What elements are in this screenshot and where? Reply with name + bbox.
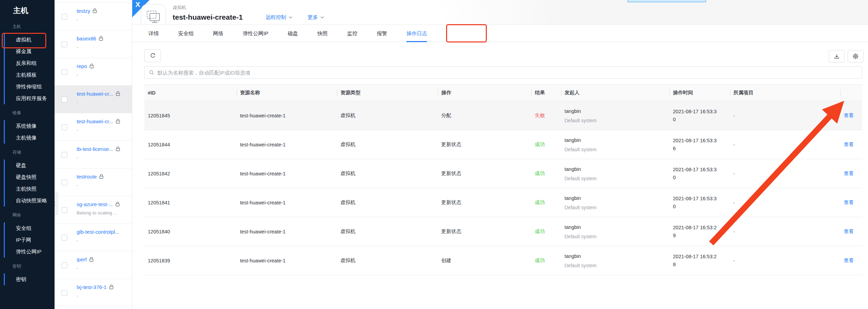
tab-详情[interactable]: 详情 — [139, 25, 168, 42]
sidebar-item-硬盘[interactable]: 硬盘 — [5, 160, 55, 171]
vm-subtext: - — [77, 100, 129, 105]
vm-list-item-tb-test-license[interactable]: tb-test-license...- — [55, 141, 132, 168]
row-checkbox[interactable] — [61, 41, 67, 47]
vm-list-item-lxj-test-376-1[interactable]: lxj-test-376-1- — [55, 279, 132, 307]
tab-弹性公网IP[interactable]: 弹性公网IP — [233, 25, 278, 42]
table-row-12051839: 12051839test-huawei-create-1虚拟机创建成功tangb… — [144, 246, 862, 275]
vm-subtext: - — [77, 127, 129, 133]
row-checkbox[interactable] — [61, 97, 67, 103]
sidebar-item-裸金属[interactable]: 裸金属 — [5, 46, 55, 57]
more-actions-button[interactable]: 更多 — [308, 14, 324, 21]
search-input[interactable] — [157, 70, 862, 76]
view-link[interactable]: 查看 — [844, 142, 854, 147]
table-row-12051841: 12051841test-huawei-create-1虚拟机更新状态成功tan… — [144, 188, 862, 217]
vm-list-item-sg-azure-test-[interactable]: sg-azure-test-...Belong to scaling ... — [55, 196, 132, 224]
row-checkbox[interactable] — [61, 235, 67, 241]
cell-result: 成功 — [531, 246, 561, 275]
cell-resource-type: 虚拟机 — [337, 188, 438, 217]
cell-id: 12051841 — [144, 188, 237, 217]
tab-报警[interactable]: 报警 — [367, 25, 397, 42]
vm-list-item-iperf[interactable]: iperf- — [55, 251, 132, 279]
lock-icon — [113, 146, 120, 152]
sidebar-item-虚拟机[interactable]: 虚拟机 — [5, 34, 55, 46]
cell-resource-type: 虚拟机 — [337, 101, 438, 130]
sidebar-item-主机模板[interactable]: 主机模板 — [5, 69, 55, 81]
view-link[interactable]: 查看 — [844, 113, 854, 118]
row-checkbox[interactable] — [61, 262, 67, 268]
row-checkbox[interactable] — [61, 207, 67, 213]
cell-result: 失败 — [531, 101, 561, 130]
cell-time: 2021-08-17 16:53:30 — [669, 159, 730, 188]
sidebar-item-自动快照策略[interactable]: 自动快照策略 — [5, 195, 55, 206]
vm-list-item-testroute[interactable]: testroute- — [55, 168, 132, 196]
sidebar-item-主机镜像[interactable]: 主机镜像 — [5, 132, 55, 144]
vm-list-item-repo[interactable]: repo- — [55, 58, 132, 86]
tab-网络[interactable]: 网络 — [203, 25, 233, 42]
sidebar-item-弹性伸缩组[interactable]: 弹性伸缩组 — [5, 81, 55, 93]
view-link[interactable]: 查看 — [844, 229, 854, 234]
tab-操作日志[interactable]: 操作日志 — [397, 25, 437, 42]
vm-name-link[interactable]: iperf — [77, 257, 129, 262]
sidebar-section: 镜像系统镜像主机镜像 — [0, 108, 55, 144]
vm-name-link[interactable]: lxj-test-376-1 — [77, 284, 129, 290]
remote-control-button[interactable]: 远程控制 — [266, 14, 292, 21]
sidebar-item-硬盘快照[interactable]: 硬盘快照 — [5, 171, 55, 183]
vm-name-link[interactable]: test-huawei-cr... — [77, 91, 129, 97]
vm-list-panel: testzy-basex86-repo-test-huawei-cr...-te… — [55, 0, 132, 309]
cell-resource-name: test-huawei-create-1 — [237, 130, 337, 159]
download-button[interactable] — [829, 50, 845, 62]
vm-list-item-test-huawei-cr[interactable]: test-huawei-cr...- — [55, 113, 132, 141]
vm-name-link[interactable]: repo — [77, 63, 129, 69]
refresh-icon — [150, 53, 156, 59]
view-link[interactable]: 查看 — [844, 200, 854, 205]
cell-action: 查看 — [840, 246, 862, 275]
vm-name-link[interactable]: test-huawei-cr... — [77, 118, 129, 124]
tab-监控[interactable]: 监控 — [337, 25, 367, 42]
sidebar-item-反亲和组[interactable]: 反亲和组 — [5, 57, 55, 69]
cell-time: 2021-08-17 16:53:36 — [669, 130, 730, 159]
refresh-button[interactable] — [144, 49, 161, 62]
tab-磁盘[interactable]: 磁盘 — [278, 25, 308, 42]
row-checkbox[interactable] — [61, 69, 67, 75]
vm-list-item-testzy[interactable]: testzy- — [55, 3, 132, 30]
vm-name-link[interactable]: testroute — [77, 174, 129, 180]
view-link[interactable]: 查看 — [844, 258, 854, 263]
view-link[interactable]: 查看 — [844, 171, 854, 176]
vm-list-item-test-huawei-cr[interactable]: test-huawei-cr...- — [55, 86, 132, 113]
sidebar-section-label: 密钥 — [0, 261, 55, 271]
row-checkbox[interactable] — [61, 14, 67, 20]
sidebar-item-安全组[interactable]: 安全组 — [5, 222, 55, 234]
vm-list-item-basex86[interactable]: basex86- — [55, 30, 132, 58]
sidebar-item-IP子网[interactable]: IP子网 — [5, 234, 55, 246]
vm-name-link[interactable]: glb-test-controlpl... — [77, 229, 129, 235]
search-icon — [149, 70, 154, 75]
sidebar-item-弹性公网IP[interactable]: 弹性公网IP — [5, 246, 55, 258]
row-checkbox[interactable] — [61, 124, 67, 130]
vm-list-item-glb-test-controlpl[interactable]: glb-test-controlpl...- — [55, 224, 132, 251]
vm-name-link[interactable]: tb-test-license... — [77, 146, 129, 152]
sidebar-item-系统镜像[interactable]: 系统镜像 — [5, 120, 55, 132]
tab-安全组[interactable]: 安全组 — [168, 25, 203, 42]
cell-initiator: tangbinDefault system — [561, 246, 669, 275]
column-header: 发起人 — [561, 85, 669, 101]
download-icon — [834, 54, 840, 59]
row-checkbox[interactable] — [61, 290, 67, 296]
close-icon[interactable]: X — [135, 0, 140, 9]
lock-icon — [107, 284, 114, 290]
vm-name-link[interactable]: testzy — [77, 8, 129, 14]
tab-快照[interactable]: 快照 — [308, 25, 337, 42]
page-title: test-huawei-create-1 — [173, 13, 243, 21]
row-checkbox[interactable] — [61, 152, 67, 158]
chevron-down-icon — [289, 16, 292, 19]
table-row-12051842: 12051842test-huawei-create-1虚拟机更新状态成功tan… — [144, 159, 862, 188]
sidebar-item-密钥[interactable]: 密钥 — [5, 273, 55, 285]
gear-icon — [852, 53, 859, 59]
cell-project: - — [730, 217, 840, 246]
vm-name-link[interactable]: sg-azure-test-... — [77, 201, 129, 207]
row-checkbox[interactable] — [61, 180, 67, 185]
column-settings-button[interactable] — [848, 50, 864, 62]
sidebar-item-应用程序服务[interactable]: 应用程序服务 — [5, 93, 55, 104]
vm-name-link[interactable]: basex86 — [77, 36, 129, 41]
sidebar-items-group: 虚拟机裸金属反亲和组主机模板弹性伸缩组应用程序服务 — [4, 34, 55, 104]
sidebar-item-主机快照[interactable]: 主机快照 — [5, 183, 55, 195]
